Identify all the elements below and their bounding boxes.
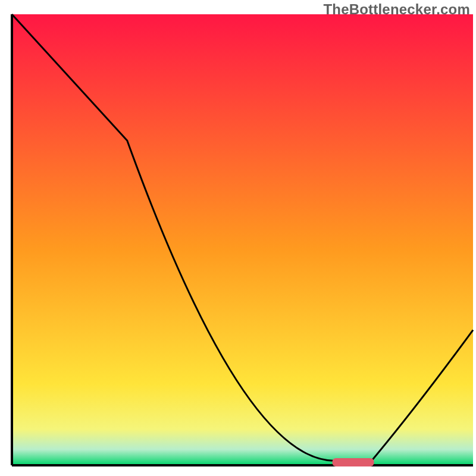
optimal-marker bbox=[333, 458, 374, 466]
bottleneck-chart bbox=[0, 0, 476, 476]
chart-container: TheBottlenecker.com bbox=[0, 0, 476, 476]
gradient-background bbox=[12, 14, 473, 465]
